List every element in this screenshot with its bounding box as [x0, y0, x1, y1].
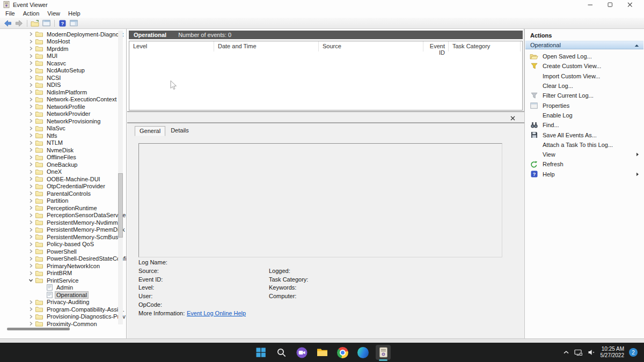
tree-item-ntfs[interactable]: Ntfs — [0, 132, 127, 139]
tree-item-provisioning-diagnostics-prov[interactable]: Provisioning-Diagnostics-Prov — [0, 313, 127, 321]
tree-item-printservice[interactable]: PrintService — [0, 277, 127, 284]
column-header-date-and-time[interactable]: Date and Time — [214, 41, 319, 51]
event-log-online-help-link[interactable]: Event Log Online Help — [187, 310, 246, 316]
tree-item-mprddm[interactable]: Mprddm — [0, 45, 127, 53]
tab-details[interactable]: Details — [166, 126, 193, 136]
column-header-task-category[interactable]: Task Category — [449, 41, 521, 51]
tree-item-operational[interactable]: Operational — [0, 291, 127, 299]
chevron-right-icon[interactable] — [28, 198, 33, 203]
tree-item-powershell-desiredstateconfig[interactable]: PowerShell-DesiredStateConfig — [0, 255, 127, 263]
chevron-right-icon[interactable] — [28, 46, 33, 51]
tree-item-parentalcontrols[interactable]: ParentalControls — [0, 190, 127, 197]
chevron-right-icon[interactable] — [28, 263, 33, 268]
chevron-right-icon[interactable] — [28, 68, 33, 73]
tree-item-ncdautosetup[interactable]: NcdAutoSetup — [0, 67, 127, 75]
menu-item-help[interactable]: Help — [68, 10, 80, 17]
tree-item-offlinefiles[interactable]: OfflineFiles — [0, 154, 127, 161]
tree-item-moshost[interactable]: MosHost — [0, 38, 127, 46]
taskbar-chrome-button[interactable] — [335, 345, 350, 360]
tree-item-perceptionruntime[interactable]: PerceptionRuntime — [0, 204, 127, 212]
chevron-right-icon[interactable] — [28, 104, 33, 109]
action-help[interactable]: ?Help — [525, 169, 644, 179]
action-filter-current-log[interactable]: Filter Current Log... — [525, 91, 644, 100]
forward-button[interactable] — [13, 19, 24, 28]
clock[interactable]: 10:25 AM5/27/2022 — [601, 346, 625, 359]
chevron-right-icon[interactable] — [28, 256, 33, 261]
tree-item-proximity-common[interactable]: Proximity-Common — [0, 320, 127, 328]
export-list-button[interactable] — [30, 19, 40, 28]
chevron-right-icon[interactable] — [28, 191, 33, 196]
tree-item-admin[interactable]: Admin — [0, 284, 127, 292]
column-header-level[interactable]: Level — [129, 41, 214, 51]
tray-volume-icon[interactable] — [588, 349, 596, 356]
tree-item-networkprovider[interactable]: NetworkProvider — [0, 110, 127, 118]
chevron-right-icon[interactable] — [28, 242, 33, 247]
tree-item-persistentmemory-nvdimm[interactable]: PersistentMemory-Nvdimm — [0, 219, 127, 226]
chevron-right-icon[interactable] — [28, 61, 33, 65]
taskbar-start-button[interactable] — [253, 345, 268, 360]
chevron-right-icon[interactable] — [28, 220, 33, 225]
chevron-right-icon[interactable] — [28, 54, 33, 58]
tree-horizontal-scrollbar-thumb[interactable] — [7, 328, 70, 330]
chevron-right-icon[interactable] — [28, 300, 33, 305]
taskbar-edge-button[interactable] — [355, 345, 370, 360]
tree-item-nvmedisk[interactable]: NvmeDisk — [0, 146, 127, 154]
tree-item-printbrm[interactable]: PrintBRM — [0, 270, 127, 277]
taskbar-search-button[interactable] — [274, 345, 289, 360]
taskbar-file-explorer-button[interactable] — [314, 345, 330, 360]
chevron-right-icon[interactable] — [28, 90, 33, 94]
taskbar-chat-button[interactable] — [294, 345, 309, 360]
tree-item-moderndeployment-diagnost[interactable]: ModernDeployment-Diagnost — [0, 31, 127, 38]
action-create-custom-view[interactable]: Create Custom View... — [525, 61, 644, 71]
close-button[interactable] — [620, 0, 640, 9]
action-open-saved-log[interactable]: Open Saved Log... — [525, 51, 644, 61]
tree-item-ntlm[interactable]: NTLM — [0, 139, 127, 147]
taskbar-event-viewer-button[interactable] — [376, 345, 391, 360]
action-attach-a-task-to-this-log[interactable]: Attach a Task To this Log... — [525, 140, 644, 150]
menu-item-view[interactable]: View — [47, 10, 60, 17]
chevron-right-icon[interactable] — [28, 205, 33, 210]
tree-item-ndis[interactable]: NDIS — [0, 82, 127, 89]
tree-item-ncasvc[interactable]: Ncasvc — [0, 60, 127, 67]
chevron-right-icon[interactable] — [28, 119, 33, 123]
chevron-right-icon[interactable] — [28, 75, 33, 80]
tray-network-icon[interactable] — [574, 349, 583, 356]
tree-item-ndisimplatform[interactable]: NdisImPlatform — [0, 88, 127, 96]
chevron-right-icon[interactable] — [28, 307, 33, 312]
tree-item-mui[interactable]: MUI — [0, 53, 127, 60]
tree-vertical-scrollbar[interactable] — [118, 31, 123, 324]
chevron-right-icon[interactable] — [28, 133, 33, 138]
collapse-arrow-icon[interactable] — [634, 44, 639, 47]
column-header-event-id[interactable]: Event ID — [423, 41, 449, 51]
tree-item-persistentmemory-pmemdisk[interactable]: PersistentMemory-PmemDisk — [0, 226, 127, 234]
close-preview-button[interactable] — [509, 114, 516, 122]
chevron-right-icon[interactable] — [28, 126, 33, 131]
actions-section-header[interactable]: Operational — [525, 41, 643, 49]
chevron-right-icon[interactable] — [28, 227, 33, 232]
tree-item-network-executioncontext[interactable]: Network-ExecutionContext — [0, 96, 127, 104]
menu-item-file[interactable]: File — [5, 10, 15, 17]
action-clear-log[interactable]: Clear Log... — [525, 81, 644, 91]
tree-item-persistentmemory-scmbus[interactable]: PersistentMemory-ScmBus — [0, 233, 127, 241]
action-view[interactable]: View — [525, 150, 644, 159]
help-button[interactable]: ? — [57, 19, 68, 28]
tree-item-networkprofile[interactable]: NetworkProfile — [0, 103, 127, 110]
tray-chevron-icon[interactable] — [563, 350, 569, 354]
action-find[interactable]: Find... — [525, 120, 644, 130]
action-enable-log[interactable]: Enable Log — [525, 110, 644, 120]
minimize-button[interactable] — [580, 0, 600, 9]
menu-item-action[interactable]: Action — [23, 10, 40, 17]
chevron-right-icon[interactable] — [28, 234, 33, 239]
chevron-right-icon[interactable] — [28, 213, 33, 218]
chevron-down-icon[interactable] — [28, 278, 33, 283]
tree-item-onex[interactable]: OneX — [0, 168, 127, 176]
tree-item-primarynetworkicon[interactable]: PrimaryNetworkIcon — [0, 262, 127, 270]
chevron-right-icon[interactable] — [28, 249, 33, 254]
action-save-all-events-as[interactable]: Save All Events As... — [525, 130, 644, 139]
maximize-button[interactable] — [600, 0, 620, 9]
chevron-right-icon[interactable] — [28, 141, 33, 145]
tree-item-powershell[interactable]: PowerShell — [0, 248, 127, 255]
notification-badge[interactable]: 2 — [629, 348, 638, 357]
tab-general[interactable]: General — [135, 126, 165, 136]
tree-item-partition[interactable]: Partition — [0, 197, 127, 205]
